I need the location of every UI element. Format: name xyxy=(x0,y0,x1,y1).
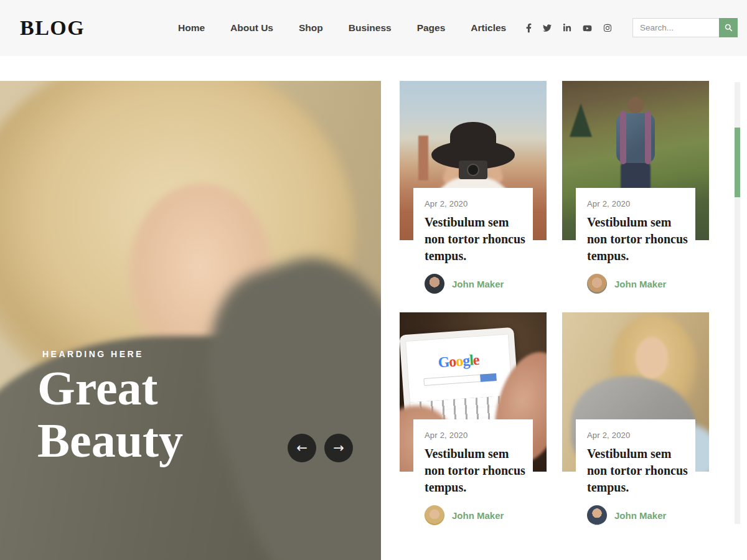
article-card: Google Apr 2, 2020 Vestibulum semnon tor… xyxy=(400,312,547,525)
carousel-next-button[interactable]: → xyxy=(324,434,353,462)
article-body: Apr 2, 2020 Vestibulum semnon tortor rho… xyxy=(413,188,533,294)
arrow-right-icon: → xyxy=(333,442,344,455)
camera-shape xyxy=(459,161,487,179)
nav-item-articles[interactable]: Articles xyxy=(471,22,506,34)
chimney-shape xyxy=(418,136,428,180)
article-author-row: John Maker xyxy=(425,274,530,294)
search-button[interactable] xyxy=(719,18,738,37)
author-avatar[interactable] xyxy=(587,505,607,525)
author-avatar[interactable] xyxy=(587,274,607,294)
article-author-row: John Maker xyxy=(587,274,693,294)
author-avatar[interactable] xyxy=(425,274,444,294)
article-title[interactable]: Vestibulum semnon tortor rhoncustempus. xyxy=(425,446,530,496)
author-avatar[interactable] xyxy=(425,505,444,525)
article-title[interactable]: Vestibulum semnon tortor rhoncustempus. xyxy=(425,214,530,264)
hero-title: GreatBeauty xyxy=(37,362,183,467)
nav-item-pages[interactable]: Pages xyxy=(417,22,446,34)
facebook-icon[interactable] xyxy=(526,23,532,33)
article-card: Apr 2, 2020 Vestibulum semnon tortor rho… xyxy=(400,81,547,294)
scrollbar-thumb[interactable] xyxy=(735,128,740,197)
social-links xyxy=(526,0,612,56)
google-search-button-shape xyxy=(480,373,497,382)
main-nav: Home About Us Shop Business Pages Articl… xyxy=(178,0,506,56)
article-date: Apr 2, 2020 xyxy=(425,199,530,208)
nav-item-about-us[interactable]: About Us xyxy=(230,22,273,34)
nav-item-home[interactable]: Home xyxy=(178,22,205,34)
article-card: Apr 2, 2020 Vestibulum semnon tortor rho… xyxy=(562,312,709,525)
backpack-shape xyxy=(616,113,655,163)
article-date: Apr 2, 2020 xyxy=(425,431,530,440)
nav-item-business[interactable]: Business xyxy=(349,22,392,34)
article-date: Apr 2, 2020 xyxy=(587,431,693,440)
instagram-icon[interactable] xyxy=(603,24,612,32)
google-logo-text: Google xyxy=(407,349,510,373)
hero-slide[interactable]: HEARDING HERE GreatBeauty ← → xyxy=(0,81,381,560)
article-title[interactable]: Vestibulum semnon tortor rhoncustempus. xyxy=(587,446,693,496)
linkedin-icon[interactable] xyxy=(563,24,571,32)
article-card: Apr 2, 2020 Vestibulum semnon tortor rho… xyxy=(562,81,709,294)
twitter-icon[interactable] xyxy=(542,24,552,32)
article-body: Apr 2, 2020 Vestibulum semnon tortor rho… xyxy=(576,188,695,294)
search-icon xyxy=(724,23,733,32)
carousel-prev-button[interactable]: ← xyxy=(288,434,316,462)
author-name[interactable]: John Maker xyxy=(452,279,504,289)
author-name[interactable]: John Maker xyxy=(614,510,666,521)
hero-image xyxy=(0,81,381,560)
youtube-icon[interactable] xyxy=(582,24,593,32)
search-box xyxy=(632,18,738,37)
scrollbar-track[interactable] xyxy=(735,82,740,524)
article-author-row: John Maker xyxy=(425,505,530,525)
article-date: Apr 2, 2020 xyxy=(587,199,693,208)
site-header: BLOG Home About Us Shop Business Pages A… xyxy=(0,0,747,56)
tree-shape xyxy=(570,103,592,137)
article-author-row: John Maker xyxy=(587,505,693,525)
author-name[interactable]: John Maker xyxy=(614,279,666,289)
google-search-bar xyxy=(423,373,496,386)
article-title[interactable]: Vestibulum semnon tortor rhoncustempus. xyxy=(587,214,693,264)
arrow-left-icon: ← xyxy=(296,442,308,455)
face-shape xyxy=(636,337,668,378)
article-body: Apr 2, 2020 Vestibulum semnon tortor rho… xyxy=(413,419,533,525)
nav-item-shop[interactable]: Shop xyxy=(299,22,323,34)
head-shape xyxy=(627,97,644,113)
hero-kicker: HEARDING HERE xyxy=(42,349,144,359)
author-name[interactable]: John Maker xyxy=(452,510,504,521)
search-input[interactable] xyxy=(632,18,719,37)
article-body: Apr 2, 2020 Vestibulum semnon tortor rho… xyxy=(576,419,695,525)
site-logo[interactable]: BLOG xyxy=(20,16,85,40)
